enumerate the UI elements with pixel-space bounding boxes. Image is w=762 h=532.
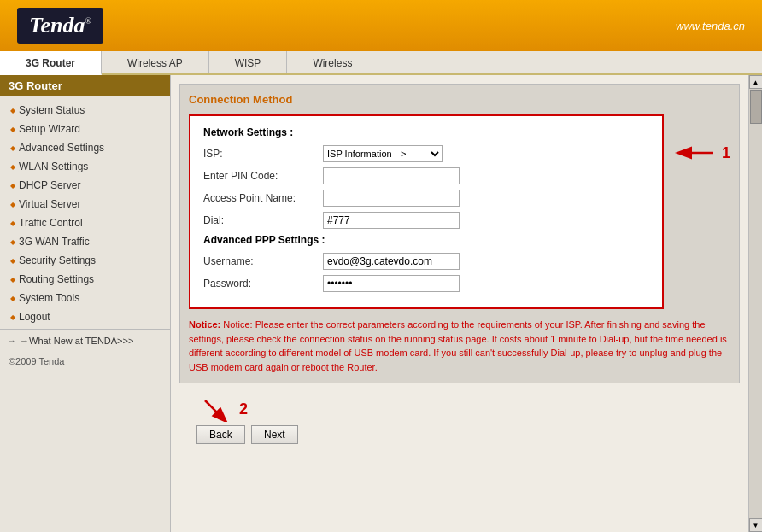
network-settings-label: Network Settings : bbox=[203, 126, 649, 138]
password-row: Password: bbox=[203, 275, 649, 292]
connection-method-section: Connection Method Network Settings : ISP… bbox=[179, 84, 740, 383]
svg-line-1 bbox=[205, 400, 222, 418]
dial-input[interactable] bbox=[323, 212, 460, 229]
network-settings-box: Network Settings : ISP: ISP Information … bbox=[189, 114, 664, 309]
annotation-2-label: 2 bbox=[239, 400, 248, 418]
scroll-down-button[interactable]: ▼ bbox=[749, 518, 763, 532]
sidebar-footer: ©2009 Tenda bbox=[0, 349, 170, 373]
sidebar-item-what-new[interactable]: →What New at TENDA>>> bbox=[0, 332, 170, 349]
button-row: Back Next bbox=[196, 425, 740, 444]
sidebar-item-system-tools[interactable]: System Tools bbox=[0, 289, 170, 307]
main-layout: 3G Router System Status Setup Wizard Adv… bbox=[0, 75, 762, 532]
isp-select-wrapper: ISP Information --> bbox=[323, 145, 443, 162]
annotation-2-row: 2 bbox=[196, 396, 740, 422]
advanced-ppp-label: Advanced PPP Settings : bbox=[203, 234, 649, 246]
sidebar-item-security-settings[interactable]: Security Settings bbox=[0, 251, 170, 270]
sidebar: 3G Router System Status Setup Wizard Adv… bbox=[0, 75, 171, 532]
pin-code-input[interactable] bbox=[323, 167, 460, 184]
dial-row: Dial: bbox=[203, 212, 649, 229]
notice-bold: Notice: bbox=[189, 319, 220, 330]
bottom-area: 2 Back Next bbox=[179, 396, 740, 444]
sidebar-item-setup-wizard[interactable]: Setup Wizard bbox=[0, 120, 170, 138]
annotation-1-label: 1 bbox=[722, 144, 730, 162]
top-nav-wireless-ap[interactable]: Wireless AP bbox=[102, 51, 209, 73]
sidebar-divider bbox=[0, 329, 170, 330]
logo-text: Tenda® bbox=[29, 13, 91, 38]
section-title: Connection Method bbox=[189, 93, 730, 106]
sidebar-item-3g-wan-traffic[interactable]: 3G WAN Traffic bbox=[0, 232, 170, 251]
access-point-row: Access Point Name: bbox=[203, 190, 649, 207]
next-button[interactable]: Next bbox=[251, 425, 298, 444]
content-area: Connection Method Network Settings : ISP… bbox=[171, 75, 748, 532]
sidebar-item-wlan-settings[interactable]: WLAN Settings bbox=[0, 157, 170, 176]
logo-reg: ® bbox=[85, 16, 91, 26]
sidebar-item-virtual-server[interactable]: Virtual Server bbox=[0, 195, 170, 213]
pin-code-row: Enter PIN Code: bbox=[203, 167, 649, 184]
username-input[interactable] bbox=[323, 253, 460, 270]
arrow-1-svg bbox=[671, 140, 722, 166]
logo: Tenda® bbox=[17, 8, 103, 44]
notice-text: Notice: Please enter the correct paramet… bbox=[189, 319, 727, 372]
sidebar-item-logout[interactable]: Logout bbox=[0, 307, 170, 326]
top-nav-wireless[interactable]: Wireless bbox=[287, 51, 378, 73]
sidebar-item-dhcp-server[interactable]: DHCP Server bbox=[0, 176, 170, 195]
sidebar-item-traffic-control[interactable]: Traffic Control bbox=[0, 213, 170, 232]
dial-label: Dial: bbox=[203, 214, 323, 226]
sidebar-item-system-status[interactable]: System Status bbox=[0, 101, 170, 120]
access-point-input[interactable] bbox=[323, 190, 460, 207]
back-button[interactable]: Back bbox=[196, 425, 245, 444]
scroll-up-button[interactable]: ▲ bbox=[749, 75, 763, 89]
isp-label: ISP: bbox=[203, 148, 323, 160]
pin-code-label: Enter PIN Code: bbox=[203, 170, 323, 182]
scroll-thumb[interactable] bbox=[750, 90, 762, 124]
isp-select[interactable]: ISP Information --> bbox=[323, 145, 443, 162]
top-nav-wisp[interactable]: WISP bbox=[209, 51, 288, 73]
top-nav-3g-router[interactable]: 3G Router bbox=[0, 51, 102, 75]
annotation-1-container: 1 bbox=[671, 140, 730, 166]
password-label: Password: bbox=[203, 278, 323, 289]
username-row: Username: bbox=[203, 253, 649, 270]
header: Tenda® www.tenda.cn bbox=[0, 0, 762, 51]
notice: Notice: Notice: Please enter the correct… bbox=[189, 318, 730, 374]
website: www.tenda.cn bbox=[676, 20, 745, 32]
username-label: Username: bbox=[203, 255, 323, 267]
sidebar-item-advanced-settings[interactable]: Advanced Settings bbox=[0, 138, 170, 157]
top-nav: 3G Router Wireless AP WISP Wireless bbox=[0, 51, 762, 75]
sidebar-item-routing-settings[interactable]: Routing Settings bbox=[0, 270, 170, 289]
isp-row: ISP: ISP Information --> bbox=[203, 145, 649, 162]
scroll-track bbox=[749, 89, 763, 518]
sidebar-title: 3G Router bbox=[0, 75, 170, 96]
password-input[interactable] bbox=[323, 275, 460, 292]
access-point-label: Access Point Name: bbox=[203, 192, 323, 204]
scrollbar: ▲ ▼ bbox=[748, 75, 762, 532]
